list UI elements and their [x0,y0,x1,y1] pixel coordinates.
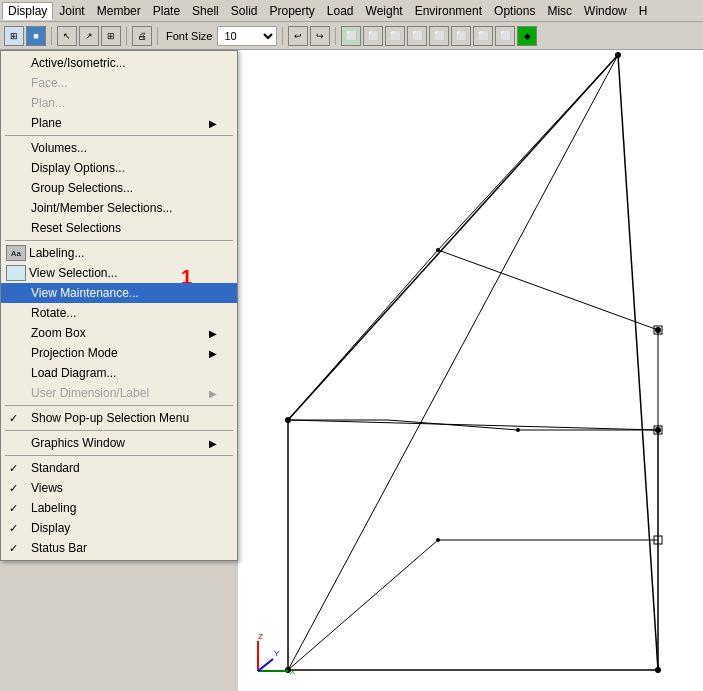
menubar: Display Joint Member Plate Shell Solid P… [0,0,703,22]
toolbar-btn-green[interactable]: ◆ [517,26,537,46]
menu-active-isometric[interactable]: Active/Isometric... [1,53,237,73]
menu-show-popup[interactable]: ✓ Show Pop-up Selection Menu [1,408,237,428]
svg-line-4 [288,420,658,430]
svg-line-1 [288,55,618,420]
svg-line-2 [288,55,618,670]
axis-indicator: Z X Y [248,631,298,681]
menu-display-check[interactable]: ✓ Display [1,518,237,538]
menu-view-selection[interactable]: View Selection... 1 [1,263,237,283]
toolbar: ⊞ ■ ↖ ↗ ⊞ 🖨 Font Size 10 12 14 ↩ ↪ ⬜ ⬜ ⬜… [0,22,703,50]
zoombox-arrow: ▶ [209,328,217,339]
menu-views[interactable]: ✓ Views [1,478,237,498]
menu-zoom-box[interactable]: Zoom Box ▶ [1,323,237,343]
svg-text:Y: Y [274,649,280,658]
menu-property[interactable]: Property [263,2,320,20]
menu-display[interactable]: Display [2,2,53,20]
structure-drawing [238,50,703,691]
toolbar-separator-3 [157,27,158,45]
svg-line-30 [258,659,273,671]
menu-volumes[interactable]: Volumes... [1,138,237,158]
svg-text:Z: Z [258,632,263,641]
sep-2 [5,240,233,241]
menu-group-selections[interactable]: Group Selections... [1,178,237,198]
toolbar-btn-e[interactable]: ⬜ [429,26,449,46]
menu-view-maintenance[interactable]: View Maintenance... [1,283,237,303]
toolbar-btn-b[interactable]: ⬜ [363,26,383,46]
userdim-arrow: ▶ [209,388,217,399]
statusbar-check: ✓ [9,542,18,555]
toolbar-separator-2 [126,27,127,45]
toolbar-grid[interactable]: ⊞ [101,26,121,46]
views-check: ✓ [9,482,18,495]
menu-joint[interactable]: Joint [53,2,90,20]
menu-face: Face... [1,73,237,93]
menu-user-dimension: User Dimension/Label ▶ [1,383,237,403]
menu-shell[interactable]: Shell [186,2,225,20]
svg-line-0 [618,55,658,670]
menu-load-diagram[interactable]: Load Diagram... [1,363,237,383]
svg-point-21 [655,667,661,673]
svg-line-9 [438,55,618,250]
menu-plate[interactable]: Plate [147,2,186,20]
svg-line-10 [288,250,438,420]
toolbar-redo[interactable]: ↪ [310,26,330,46]
menu-plan: Plan... [1,93,237,113]
menu-standard[interactable]: ✓ Standard [1,458,237,478]
menu-solid[interactable]: Solid [225,2,264,20]
font-size-label: Font Size [166,30,212,42]
font-size-select[interactable]: 10 12 14 [217,26,277,46]
menu-plane[interactable]: Plane ▶ [1,113,237,133]
svg-point-18 [655,427,661,433]
dropdown-menu: Active/Isometric... Face... Plan... Plan… [0,50,238,561]
toolbar-arrow[interactable]: ↗ [79,26,99,46]
toolbar-btn-d[interactable]: ⬜ [407,26,427,46]
canvas-area[interactable]: Z X Y [238,50,703,691]
menu-reset-selections[interactable]: Reset Selections [1,218,237,238]
svg-line-11 [438,250,658,330]
menu-h[interactable]: H [633,2,654,20]
svg-point-16 [615,52,621,58]
menu-rotate[interactable]: Rotate... [1,303,237,323]
display-check: ✓ [9,522,18,535]
svg-line-7 [388,420,518,430]
menu-window[interactable]: Window [578,2,633,20]
sep-5 [5,455,233,456]
toolbar-separator-5 [335,27,336,45]
menu-projection-mode[interactable]: Projection Mode ▶ [1,343,237,363]
toolbar-cursor[interactable]: ↖ [57,26,77,46]
labeling-check: ✓ [9,502,18,515]
menu-labeling[interactable]: Aa Labeling... [1,243,237,263]
menu-graphics-window[interactable]: Graphics Window ▶ [1,433,237,453]
toolbar-icon-1[interactable]: ⊞ [4,26,24,46]
menu-misc[interactable]: Misc [541,2,578,20]
menu-labeling-check[interactable]: ✓ Labeling [1,498,237,518]
toolbar-undo[interactable]: ↩ [288,26,308,46]
svg-text:X: X [290,667,296,676]
menu-weight[interactable]: Weight [360,2,409,20]
toolbar-btn-f[interactable]: ⬜ [451,26,471,46]
menu-load[interactable]: Load [321,2,360,20]
menu-status-bar[interactable]: ✓ Status Bar [1,538,237,558]
menu-environment[interactable]: Environment [409,2,488,20]
menu-options[interactable]: Options [488,2,541,20]
menu-joint-member-selections[interactable]: Joint/Member Selections... [1,198,237,218]
toolbar-btn-a[interactable]: ⬜ [341,26,361,46]
standard-check: ✓ [9,462,18,475]
menu-display-options[interactable]: Display Options... [1,158,237,178]
main-area: Active/Isometric... Face... Plan... Plan… [0,50,703,691]
viewsel-icon [5,262,27,284]
toolbar-btn-c[interactable]: ⬜ [385,26,405,46]
toolbar-icon-2[interactable]: ■ [26,26,46,46]
toolbar-print[interactable]: 🖨 [132,26,152,46]
svg-point-17 [285,417,291,423]
labeling-icon: Aa [5,242,27,264]
menu-member[interactable]: Member [91,2,147,20]
svg-line-15 [288,540,438,670]
toolbar-btn-h[interactable]: ⬜ [495,26,515,46]
sep-4 [5,430,233,431]
toolbar-btn-g[interactable]: ⬜ [473,26,493,46]
svg-point-23 [516,428,520,432]
plane-arrow: ▶ [209,118,217,129]
svg-point-24 [436,538,440,542]
gfxwin-arrow: ▶ [209,438,217,449]
